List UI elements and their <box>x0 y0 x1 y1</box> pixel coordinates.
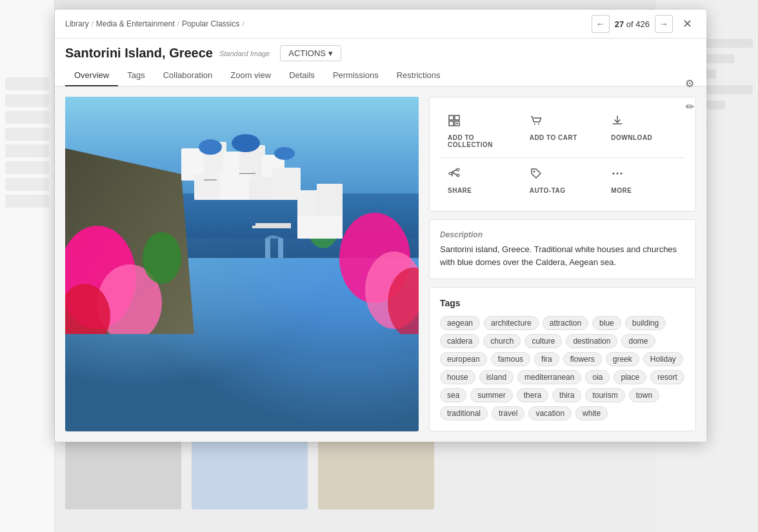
svg-point-41 <box>457 174 459 177</box>
modal-body: ADD TO COLLECTION ADD TO CART <box>55 86 706 442</box>
add-collection-icon <box>448 114 461 130</box>
bg-sidebar-item <box>5 94 49 107</box>
tag-chip[interactable]: house <box>440 370 475 384</box>
tag-chip[interactable]: greek <box>606 352 639 366</box>
actions-grid-2: SHARE AUTO-TAG <box>440 161 685 201</box>
actions-divider <box>440 157 685 158</box>
auto-tag-label: AUTO-TAG <box>530 187 566 194</box>
tag-chip[interactable]: town <box>629 388 659 402</box>
tags-container: aegeanarchitectureattractionbluebuilding… <box>440 316 685 420</box>
add-collection-label: ADD TO COLLECTION <box>448 134 514 148</box>
tab-tags[interactable]: Tags <box>118 65 154 86</box>
add-to-collection-button[interactable]: ADD TO COLLECTION <box>440 108 522 155</box>
tab-zoom-view[interactable]: Zoom view <box>221 65 280 86</box>
chevron-down-icon: ▾ <box>328 48 333 58</box>
tab-permissions[interactable]: Permissions <box>324 65 388 86</box>
tag-chip[interactable]: mediterranean <box>517 370 581 384</box>
add-cart-icon <box>530 114 543 130</box>
svg-point-13 <box>232 134 260 152</box>
tag-chip[interactable]: famous <box>491 352 530 366</box>
asset-title: Santorini Island, Greece <box>65 46 213 61</box>
share-icon <box>448 167 461 183</box>
tag-chip[interactable]: european <box>440 352 487 366</box>
gear-button[interactable]: ⚙ <box>681 74 699 92</box>
svg-point-14 <box>274 147 295 160</box>
tabs-row: Overview Tags Collaboration Zoom view De… <box>55 65 706 86</box>
share-label: SHARE <box>448 187 472 194</box>
tag-chip[interactable]: destination <box>566 334 617 348</box>
svg-rect-28 <box>204 179 217 181</box>
tag-chip[interactable]: blue <box>592 316 621 330</box>
svg-point-38 <box>534 124 535 125</box>
gear-icon: ⚙ <box>685 77 694 90</box>
svg-point-40 <box>457 168 459 171</box>
tag-chip[interactable]: tourism <box>585 388 624 402</box>
tag-chip[interactable]: Holiday <box>643 352 683 366</box>
svg-rect-33 <box>455 115 459 120</box>
tag-chip[interactable]: place <box>613 370 646 384</box>
asset-image <box>65 97 419 431</box>
svg-rect-30 <box>252 226 291 228</box>
tag-chip[interactable]: architecture <box>484 316 539 330</box>
standard-image-badge: Standard Image <box>219 50 270 57</box>
tag-chip[interactable]: oia <box>585 370 610 384</box>
svg-point-44 <box>613 173 615 175</box>
tags-card: Tags aegeanarchitectureattractionbluebui… <box>429 287 696 431</box>
breadcrumb-sep-3: / <box>242 20 244 28</box>
breadcrumb-library[interactable]: Library <box>65 19 89 28</box>
more-button[interactable]: MORE <box>603 161 685 201</box>
bg-sidebar-item <box>5 195 49 208</box>
svg-rect-31 <box>255 223 291 226</box>
add-to-cart-button[interactable]: ADD TO CART <box>522 108 604 155</box>
auto-tag-button[interactable]: AUTO-TAG <box>522 161 604 201</box>
tag-chip[interactable]: island <box>479 370 514 384</box>
next-button[interactable]: → <box>655 15 673 33</box>
download-label: DOWNLOAD <box>611 134 652 141</box>
svg-rect-8 <box>194 174 223 200</box>
tab-restrictions[interactable]: Restrictions <box>388 65 450 86</box>
tab-collaboration[interactable]: Collaboration <box>154 65 222 86</box>
download-button[interactable]: DOWNLOAD <box>603 108 685 155</box>
svg-rect-23 <box>265 239 270 258</box>
image-panel <box>65 97 419 431</box>
tag-chip[interactable]: flowers <box>563 352 602 366</box>
svg-rect-32 <box>449 115 454 120</box>
tag-chip[interactable]: dome <box>621 334 655 348</box>
tag-chip[interactable]: culture <box>524 334 562 348</box>
description-label: Description <box>440 230 685 239</box>
tab-overview[interactable]: Overview <box>65 65 118 86</box>
tag-chip[interactable]: traditional <box>440 406 488 420</box>
tag-chip[interactable]: building <box>625 316 666 330</box>
tag-chip[interactable]: caldera <box>440 334 479 348</box>
bg-sidebar-item <box>5 178 49 191</box>
tag-chip[interactable]: church <box>483 334 521 348</box>
breadcrumb-media[interactable]: Media & Entertainment <box>96 19 175 28</box>
tag-chip[interactable]: summer <box>470 388 512 402</box>
svg-point-42 <box>449 172 452 175</box>
svg-point-43 <box>533 171 535 173</box>
svg-point-12 <box>199 139 222 155</box>
tag-chip[interactable]: thera <box>517 388 548 402</box>
tag-chip[interactable]: attraction <box>543 316 588 330</box>
prev-button[interactable]: ← <box>592 15 610 33</box>
pencil-icon: ✏ <box>686 101 694 113</box>
tag-chip[interactable]: vacation <box>528 406 572 420</box>
tag-chip[interactable]: resort <box>650 370 684 384</box>
bg-sidebar-item <box>5 77 49 90</box>
tag-chip[interactable]: travel <box>492 406 524 420</box>
svg-rect-34 <box>449 121 454 126</box>
tag-chip[interactable]: thira <box>552 388 581 402</box>
pencil-button[interactable]: ✏ <box>681 97 699 115</box>
tag-chip[interactable]: sea <box>440 388 466 402</box>
actions-button[interactable]: ACTIONS ▾ <box>280 45 341 61</box>
modal-header: Library / Media & Entertainment / Popula… <box>55 10 706 39</box>
tag-chip[interactable]: aegean <box>440 316 480 330</box>
share-button[interactable]: SHARE <box>440 161 522 201</box>
breadcrumb-popular[interactable]: Popular Classics <box>182 19 239 28</box>
tab-details[interactable]: Details <box>280 65 324 86</box>
close-button[interactable]: ✕ <box>678 15 696 33</box>
breadcrumb-sep-2: / <box>177 20 179 28</box>
tag-chip[interactable]: fira <box>534 352 559 366</box>
actions-grid: ADD TO COLLECTION ADD TO CART <box>440 108 685 155</box>
tag-chip[interactable]: white <box>575 406 608 420</box>
